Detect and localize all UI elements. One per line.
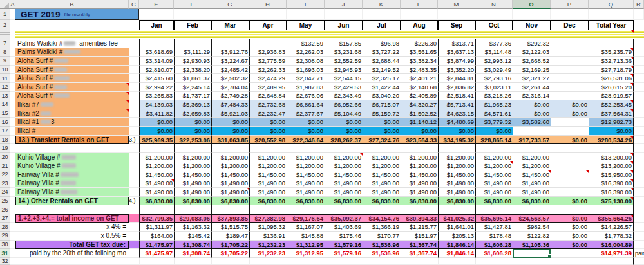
cell-Sep-29[interactable]: $205.13 — [438, 232, 475, 241]
cell-Dec-13[interactable] — [551, 92, 589, 101]
cell-Aug-18[interactable]: $23,564.33 — [401, 136, 438, 145]
cell-A26[interactable] — [10, 205, 15, 214]
row-header-24[interactable]: 24 — [0, 188, 10, 197]
cell-Apr-10[interactable]: $2,262.33 — [249, 66, 287, 75]
cell-Apr-29[interactable]: $136.91 — [249, 232, 287, 241]
cell-R10[interactable] — [634, 66, 644, 75]
cell-Mar-14[interactable]: $7,484.33 — [211, 100, 249, 109]
cell-R9[interactable] — [634, 57, 644, 66]
cell-Mar-23[interactable]: $1,490.00 — [211, 179, 249, 188]
cell-total-17[interactable]: $0.00 — [589, 127, 634, 136]
cell-May-14[interactable]: $6,861.64 — [287, 100, 325, 109]
cell-Dec-11[interactable] — [551, 74, 589, 83]
cell-Mar-11[interactable]: $2,502.32 — [211, 74, 249, 83]
cell-Jan-8[interactable]: $3,618.69 — [139, 48, 174, 57]
cell-Sep-24[interactable]: $1,490.00 — [438, 188, 475, 197]
cell-May-11[interactable]: $2,047.71 — [287, 74, 325, 83]
cell-Oct-20[interactable]: $1,200.00 — [475, 153, 513, 162]
cell-total-13[interactable]: $28,919.57 — [589, 92, 634, 101]
cell-Sep-27[interactable]: $41,025.32 — [438, 214, 475, 223]
cell-Jan-32[interactable] — [139, 258, 174, 265]
month-header-Aug[interactable]: Aug — [401, 20, 438, 30]
cell-Sep-25[interactable]: $6,830.00 — [438, 197, 475, 206]
col-header-O[interactable]: O — [513, 0, 551, 9]
title-cell[interactable]: GET 2019 file monthly — [15, 9, 139, 20]
cell-Jul-9[interactable]: $2,688.44 — [363, 57, 401, 66]
cell-Aug-22[interactable]: $1,450.00 — [401, 170, 438, 179]
cell-Jan-28[interactable]: $1,311.97 — [139, 223, 174, 232]
cell-Jun-31[interactable]: $1,579.16 — [325, 249, 363, 258]
cell-Jun-22[interactable]: $1,450.00 — [325, 170, 363, 179]
cell-A29[interactable] — [10, 232, 15, 241]
cell-Sep-26[interactable] — [438, 205, 475, 214]
cell-Apr-7[interactable] — [249, 39, 287, 48]
cell-Jul-32[interactable] — [363, 258, 401, 265]
cell-Jul-12[interactable]: $1,422.44 — [363, 83, 401, 92]
cell-Oct-7[interactable]: $377.36 — [475, 39, 513, 48]
month-header-Nov[interactable]: Nov — [513, 20, 551, 30]
cell-Aug-14[interactable]: $4,320.27 — [401, 100, 438, 109]
cell-Mar-20[interactable]: $1,200.00 — [211, 153, 249, 162]
cell-C8[interactable] — [129, 48, 139, 57]
cell-Aug-23[interactable]: $1,490.00 — [401, 179, 438, 188]
cell-total-20[interactable]: $13,200.00 — [589, 153, 634, 162]
cell-Dec-19[interactable] — [551, 144, 589, 153]
cell-B26[interactable] — [15, 205, 129, 214]
cell-B17[interactable]: Ilikai # — [15, 127, 129, 136]
cell-A12[interactable] — [10, 83, 15, 92]
cell-Oct-19[interactable] — [475, 144, 513, 153]
cell-May-32[interactable] — [287, 258, 325, 265]
cell-Jul-8[interactable]: $3,727.22 — [363, 48, 401, 57]
cell-R15[interactable] — [634, 109, 644, 118]
cell-Jan-26[interactable] — [139, 205, 174, 214]
row-header-22[interactable]: 22 — [0, 170, 10, 179]
cell-Nov-7[interactable]: $292.32 — [513, 39, 551, 48]
cell-Apr-25[interactable]: $6,830.00 — [249, 197, 287, 206]
cell-Oct-17[interactable]: $0.00 — [475, 127, 513, 136]
cell-Aug-9[interactable]: $3,382.34 — [401, 57, 438, 66]
cell-May-26[interactable] — [287, 205, 325, 214]
cell-R2[interactable] — [634, 20, 644, 30]
col-header-I[interactable]: I — [287, 0, 325, 9]
cell-A24[interactable] — [10, 188, 15, 197]
cell-Jul-18[interactable]: $27,324.76 — [363, 136, 401, 145]
cell-r1-m9[interactable] — [475, 9, 513, 20]
cell-Oct-24[interactable]: $1,490.00 — [475, 188, 513, 197]
cell-Aug-7[interactable]: $226.30 — [401, 39, 438, 48]
cell-Apr-22[interactable]: $1,450.00 — [249, 170, 287, 179]
cell-Apr-23[interactable]: $1,490.00 — [249, 179, 287, 188]
cell-R23[interactable] — [634, 179, 644, 188]
cell-Mar-28[interactable]: $1,515.75 — [211, 223, 249, 232]
cell-Nov-28[interactable]: $982.54 — [513, 223, 551, 232]
cell-B16[interactable]: Ilikai #13 — [15, 118, 129, 127]
cell-Feb-16[interactable]: $0.00 — [174, 118, 211, 127]
cell-Oct-22[interactable]: $1,450.00 — [475, 170, 513, 179]
col-header-P[interactable]: P — [551, 0, 589, 9]
cell-Aug-25[interactable]: $6,830.00 — [401, 197, 438, 206]
cell-Jan-14[interactable]: $4,139.03 — [139, 100, 174, 109]
cell-Sep-8[interactable]: $3,637.13 — [438, 48, 475, 57]
row-header-30[interactable]: 30 — [0, 241, 10, 250]
cell-B25[interactable]: 14.) Other Rentals on GET — [15, 197, 129, 206]
cell-Jan-29[interactable]: $164.00 — [139, 232, 174, 241]
cell-Nov-14[interactable]: $0.00 — [513, 100, 551, 109]
cell-Sep-28[interactable]: $1,641.01 — [438, 223, 475, 232]
cell-R17[interactable] — [634, 127, 644, 136]
cell-Mar-22[interactable]: $1,450.00 — [211, 170, 249, 179]
cell-Feb-23[interactable]: $1,490.00 — [174, 179, 211, 188]
cell-Jan-12[interactable]: $2,994.22 — [139, 83, 174, 92]
cell-Jun-14[interactable]: $6,952.66 — [325, 100, 363, 109]
col-header-C[interactable]: C — [129, 0, 139, 9]
cell-Jul-19[interactable] — [363, 144, 401, 153]
row-header-28[interactable]: 28 — [0, 223, 10, 232]
cell-R1[interactable] — [634, 9, 644, 20]
cell-Jan-27[interactable]: $32,799.35 — [139, 214, 174, 223]
row-header-14[interactable]: 14 — [0, 100, 10, 109]
cell-Sep-19[interactable] — [438, 144, 475, 153]
row-header-31[interactable]: 31 — [0, 249, 10, 258]
cell-May-18[interactable]: $22,346.64 — [287, 136, 325, 145]
cell-Oct-32[interactable] — [475, 258, 513, 265]
cell-Nov-12[interactable]: $2,261.44 — [513, 83, 551, 92]
cell-Apr-19[interactable] — [249, 144, 287, 153]
cell-Apr-30[interactable]: $1,232.23 — [249, 241, 287, 250]
